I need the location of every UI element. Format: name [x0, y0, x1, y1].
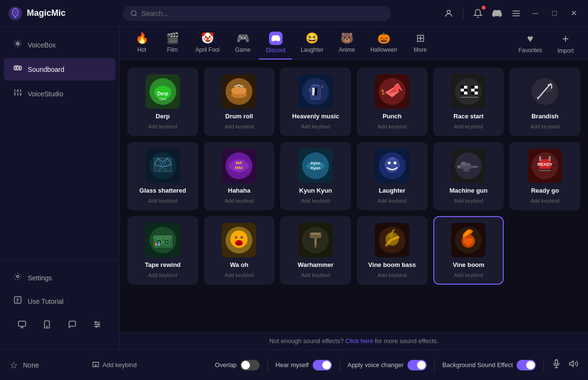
chat-icon[interactable]: [65, 317, 79, 334]
punch-keybind[interactable]: Add keybind: [378, 124, 407, 129]
tab-halloween[interactable]: 🎃 Halloween: [363, 27, 404, 59]
svg-rect-96: [462, 162, 465, 164]
svg-point-91: [394, 161, 396, 164]
volume-icon[interactable]: [569, 359, 578, 371]
sound-card-machine-gun[interactable]: Machine gun Add keybind: [433, 142, 504, 210]
machine-gun-image: [451, 149, 486, 183]
sound-card-race-start[interactable]: Race start Add keybind: [433, 68, 504, 136]
svg-rect-67: [461, 89, 464, 92]
warhammer-keybind[interactable]: Add keybind: [301, 272, 330, 278]
svg-point-51: [234, 85, 236, 87]
sound-card-punch[interactable]: Punch Add keybind: [357, 68, 428, 136]
wa-oh-keybind[interactable]: Add keybind: [225, 272, 254, 278]
sound-card-laughter[interactable]: Laughter Add keybind: [357, 142, 428, 210]
sound-card-brandish[interactable]: Brandish Add keybind: [509, 68, 580, 136]
microphone-icon[interactable]: [552, 359, 561, 371]
tab-film[interactable]: 🎬 Film: [158, 27, 187, 59]
sidebar-item-settings[interactable]: Settings: [4, 266, 115, 289]
ready-go-name: Ready go: [531, 187, 559, 194]
svg-text:Derp: Derp: [157, 91, 168, 96]
vine-boom-bass-keybind[interactable]: Add keybind: [378, 272, 407, 278]
sound-card-vine-boom[interactable]: Vine boom Add keybind: [433, 216, 504, 285]
tab-anime[interactable]: 🐻 Anime: [332, 27, 362, 59]
tape-rewind-keybind[interactable]: Add keybind: [148, 272, 178, 278]
svg-rect-74: [471, 89, 475, 92]
search-input[interactable]: [141, 10, 383, 17]
svg-rect-65: [461, 86, 464, 89]
mobile-icon[interactable]: [40, 317, 54, 334]
discord-tab-icon: [269, 32, 283, 45]
glass-shattered-keybind[interactable]: Add keybind: [148, 198, 178, 204]
drum-roll-keybind[interactable]: Add keybind: [225, 124, 254, 129]
overlap-label: Overlap: [215, 361, 237, 368]
wa-oh-image: [222, 223, 256, 257]
close-button[interactable]: ✕: [567, 7, 580, 20]
svg-text:♫: ♫: [308, 87, 312, 92]
user-icon[interactable]: [442, 7, 455, 20]
sidebar-item-soundboard[interactable]: Soundboard: [4, 58, 115, 81]
sound-card-warhammer[interactable]: Warhammer Add keybind: [280, 216, 351, 285]
svg-rect-66: [464, 86, 467, 89]
derp-image: Derp Dee: [146, 74, 180, 109]
voice-changer-toggle[interactable]: [407, 360, 427, 370]
drum-roll-image: [222, 74, 256, 109]
maximize-button[interactable]: □: [548, 7, 561, 20]
sidebar-item-tutorial[interactable]: Use Tutorial: [4, 290, 115, 312]
add-keybind-button[interactable]: Add keybind: [86, 358, 143, 372]
minimize-button[interactable]: ─: [529, 7, 542, 20]
sound-card-glass-shattered[interactable]: Glass shattered Add keybind: [127, 142, 198, 210]
derp-keybind[interactable]: Add keybind: [148, 124, 178, 129]
brandish-keybind[interactable]: Add keybind: [531, 124, 560, 129]
machine-gun-keybind[interactable]: Add keybind: [454, 198, 483, 204]
tab-discord[interactable]: Discord: [259, 27, 292, 59]
sound-card-vine-boom-bass[interactable]: Vine boom bass Add keybind: [357, 216, 428, 285]
vine-boom-name: Vine boom: [452, 261, 484, 268]
svg-rect-113: [155, 243, 157, 246]
svg-text:HA!: HA!: [235, 165, 243, 170]
tab-hot[interactable]: 🔥 Hot: [127, 27, 156, 59]
sound-card-heavenly-music[interactable]: ♪ ♫ Heavenly music Add keybind: [280, 68, 351, 136]
notification-icon[interactable]: [471, 7, 485, 20]
overlap-toggle[interactable]: [240, 360, 260, 370]
tab-april-fool[interactable]: 🤡 April Fool: [189, 27, 226, 59]
sidebar-item-voicestudio[interactable]: VoiceStudio: [4, 82, 115, 105]
sound-card-wa-oh[interactable]: Wa oh Add keybind: [204, 216, 275, 285]
hahaha-keybind[interactable]: Add keybind: [225, 198, 254, 204]
sound-card-ready-go[interactable]: READY Ready go Add keybind: [509, 142, 580, 210]
tab-laughter[interactable]: 😆 Laughter: [294, 27, 330, 59]
vine-boom-keybind[interactable]: Add keybind: [454, 272, 483, 278]
bg-sound-toggle[interactable]: [517, 360, 536, 370]
sound-card-kyun-kyun[interactable]: Kyun Kyun Kyun Kyun Add keybind: [280, 142, 351, 210]
punch-name: Punch: [383, 113, 402, 120]
svg-rect-76: [471, 92, 475, 94]
heavenly-music-keybind[interactable]: Add keybind: [301, 124, 330, 129]
hamburger-icon[interactable]: [509, 7, 523, 20]
settings-icon: [13, 272, 22, 283]
monitor-icon[interactable]: [15, 317, 29, 334]
tab-import[interactable]: + Import: [551, 27, 580, 59]
sound-card-hahaha[interactable]: HA HA! Hahaha Add keybind: [204, 142, 275, 210]
ready-go-keybind[interactable]: Add keybind: [531, 198, 560, 204]
tab-game[interactable]: 🎮 Game: [228, 27, 258, 59]
banner-suffix: for more sound effects.: [375, 337, 439, 345]
kyun-kyun-keybind[interactable]: Add keybind: [301, 198, 330, 204]
sound-card-derp[interactable]: Derp Dee Derp Add keybind: [127, 68, 198, 136]
soundboard-label: Soundboard: [28, 66, 64, 73]
sound-card-tape-rewind[interactable]: Tape rewind Add keybind: [127, 216, 198, 285]
sound-grid-container[interactable]: Derp Dee Derp Add keybind: [120, 60, 588, 332]
sound-card-drum-roll[interactable]: Drum roll Add keybind: [204, 68, 275, 136]
search-bar[interactable]: [123, 6, 391, 21]
tab-favorites[interactable]: ♥ Favorites: [512, 28, 549, 58]
tape-rewind-name: Tape rewind: [145, 261, 181, 268]
sliders-icon[interactable]: [90, 317, 104, 334]
race-start-keybind[interactable]: Add keybind: [454, 124, 483, 129]
laughter-keybind[interactable]: Add keybind: [378, 198, 407, 204]
banner-link[interactable]: Click here: [345, 337, 373, 345]
kyun-kyun-image: Kyun Kyun: [298, 149, 333, 183]
discord-icon[interactable]: [490, 7, 504, 20]
sidebar-item-voicebox[interactable]: VoiceBox: [4, 34, 115, 56]
svg-point-120: [241, 236, 242, 237]
tab-more[interactable]: ⊞ More: [406, 27, 435, 59]
tab-discord-label: Discord: [266, 47, 285, 54]
hear-myself-toggle[interactable]: [313, 360, 332, 370]
